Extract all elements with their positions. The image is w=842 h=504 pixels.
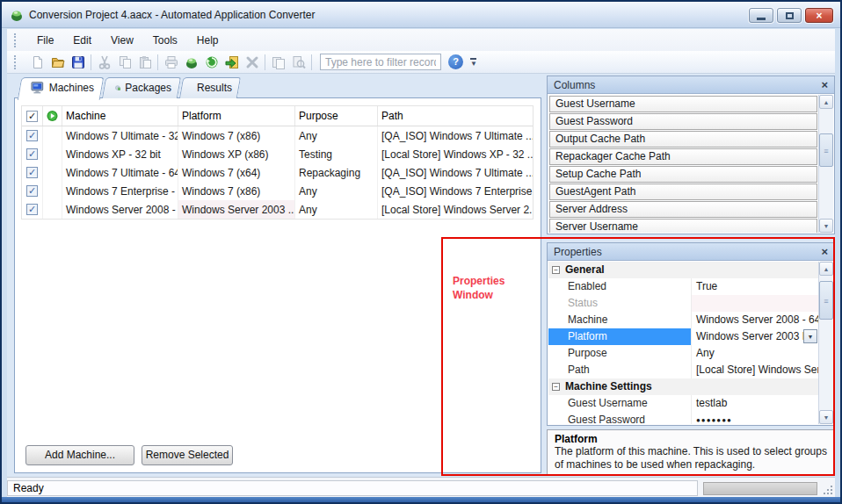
property-row-path[interactable]: Path [Local Store] Windows Ser — [548, 362, 818, 378]
property-row-status[interactable]: Status — [548, 295, 818, 312]
resize-grip[interactable] — [822, 484, 832, 494]
cell-path[interactable]: [QA_ISO] Windows 7 Enterprise... — [378, 182, 533, 200]
menu-tools[interactable]: Tools — [143, 32, 187, 49]
cell-machine[interactable]: Windows 7 Ultimate - 32... — [62, 126, 178, 145]
list-item[interactable]: GuestAgent Path — [549, 184, 817, 200]
list-item[interactable]: Setup Cache Path — [549, 166, 817, 183]
copy-button[interactable] — [114, 53, 134, 72]
property-row-guest-password[interactable]: Guest Password ●●●●●●● — [548, 412, 818, 424]
toolbar-grip[interactable] — [14, 55, 18, 69]
tab-machines[interactable]: Machines — [19, 77, 102, 98]
row-checkbox[interactable]: ✓ — [26, 204, 38, 215]
scroll-up-icon[interactable]: ▲ — [819, 262, 833, 276]
menu-file[interactable]: File — [27, 32, 63, 49]
cell-path[interactable]: [Local Store] Windows Server 2... — [378, 200, 533, 219]
property-value[interactable]: testlab — [691, 395, 818, 412]
columns-scrollbar[interactable]: ▲ ≡ ▼ — [818, 95, 833, 233]
column-header-platform[interactable]: Platform — [178, 106, 295, 126]
property-value[interactable]: Any — [691, 345, 818, 362]
property-value[interactable]: [Local Store] Windows Ser — [691, 362, 818, 378]
menu-edit[interactable]: Edit — [63, 32, 101, 49]
tab-results[interactable]: Results — [181, 77, 239, 98]
row-checkbox[interactable]: ✓ — [26, 148, 38, 160]
cell-machine[interactable]: Windows 7 Ultimate - 64... — [62, 163, 178, 182]
preview-button[interactable] — [288, 53, 308, 72]
maximize-button[interactable] — [777, 8, 802, 23]
close-icon[interactable]: × — [821, 79, 828, 90]
paste-button[interactable] — [134, 53, 155, 72]
category-general[interactable]: − General — [548, 262, 818, 278]
table-row[interactable]: ✓ Windows 7 Enterprise - 3... Windows 7 … — [22, 182, 533, 200]
category-machine-settings[interactable]: − Machine Settings — [548, 378, 818, 395]
table-row[interactable]: ✓ Windows 7 Ultimate - 32... Windows 7 (… — [22, 126, 533, 145]
row-checkbox-cell[interactable]: ✓ — [22, 163, 43, 182]
menu-help[interactable]: Help — [187, 32, 229, 49]
list-item[interactable]: Output Cache Path — [549, 131, 817, 148]
collapse-icon[interactable]: − — [552, 383, 560, 391]
cell-machine[interactable]: Windows Server 2008 - 6... — [62, 200, 178, 219]
collapse-icon[interactable]: − — [552, 266, 560, 274]
menubar-grip[interactable] — [14, 33, 18, 47]
properties-scrollbar[interactable]: ▲ ≡ ▼ — [818, 262, 833, 424]
menu-view[interactable]: View — [101, 32, 143, 49]
export-button[interactable] — [221, 53, 242, 72]
column-header-purpose[interactable]: Purpose — [295, 106, 378, 126]
cell-path[interactable]: [Local Store] Windows XP - 32 ... — [378, 145, 533, 163]
scroll-down-icon[interactable]: ▼ — [819, 410, 833, 424]
cell-machine[interactable]: Windows 7 Enterprise - 3... — [62, 182, 178, 200]
property-value[interactable]: True — [691, 278, 818, 295]
row-checkbox-cell[interactable]: ✓ — [22, 126, 43, 145]
close-icon[interactable]: × — [821, 246, 828, 257]
property-row-guest-username[interactable]: Guest Username testlab — [548, 395, 818, 412]
cell-purpose[interactable]: Repackaging — [295, 163, 378, 182]
cell-machine[interactable]: Windows XP - 32 bit — [62, 145, 178, 163]
list-item[interactable]: Server Address — [549, 201, 817, 218]
cell-platform[interactable]: Windows 7 (x64) — [178, 163, 295, 182]
property-row-platform[interactable]: Platform Windows Server 2003 R ▼ — [548, 328, 818, 345]
row-checkbox[interactable]: ✓ — [26, 167, 38, 178]
cell-path[interactable]: [QA_ISO] Windows 7 Ultimate ... — [378, 126, 533, 145]
row-checkbox-cell[interactable]: ✓ — [22, 200, 43, 219]
new-document-button[interactable] — [27, 53, 47, 72]
minimize-button[interactable] — [749, 8, 773, 23]
refresh-button[interactable] — [201, 53, 221, 72]
filter-input[interactable] — [320, 54, 441, 70]
property-value[interactable]: Windows Server 2008 - 64 — [691, 312, 818, 328]
cut-button[interactable] — [94, 53, 114, 72]
property-value[interactable]: ●●●●●●● — [691, 412, 818, 424]
list-item[interactable]: Repackager Cache Path — [549, 148, 817, 165]
cell-platform[interactable]: Windows Server 2003 ... — [178, 200, 295, 219]
toolbar-overflow-button[interactable]: ▼ — [470, 58, 477, 67]
cell-purpose[interactable]: Any — [295, 126, 378, 145]
property-value[interactable]: Windows Server 2003 R ▼ — [691, 328, 818, 345]
property-row-enabled[interactable]: Enabled True — [548, 278, 818, 295]
help-button[interactable]: ? — [448, 54, 463, 69]
cell-platform[interactable]: Windows 7 (x86) — [178, 126, 295, 145]
open-button[interactable] — [47, 53, 68, 72]
list-item[interactable]: Guest Password — [549, 113, 817, 130]
row-checkbox[interactable]: ✓ — [26, 130, 38, 141]
cell-path[interactable]: [QA_ISO] Windows 7 Ultimate ... — [378, 163, 533, 182]
list-item[interactable]: Server Username — [549, 219, 817, 233]
property-row-purpose[interactable]: Purpose Any — [548, 345, 818, 362]
duplicate-button[interactable] — [268, 53, 288, 72]
row-checkbox[interactable]: ✓ — [26, 185, 38, 197]
select-all-cell[interactable]: ✓ — [22, 106, 43, 126]
row-checkbox-cell[interactable]: ✓ — [22, 145, 43, 163]
cell-purpose[interactable]: Testing — [295, 145, 378, 163]
add-machine-button[interactable]: Add Machine... — [25, 445, 134, 465]
dropdown-button[interactable]: ▼ — [803, 329, 817, 343]
convert-button[interactable] — [181, 53, 201, 72]
close-button[interactable]: × — [805, 8, 833, 23]
save-button[interactable] — [68, 53, 88, 72]
cancel-button[interactable] — [242, 53, 262, 72]
row-checkbox-cell[interactable]: ✓ — [22, 182, 43, 200]
cell-purpose[interactable]: Any — [295, 200, 378, 219]
remove-selected-button[interactable]: Remove Selected — [142, 445, 233, 465]
cell-platform[interactable]: Windows XP (x86) — [178, 145, 295, 163]
list-item[interactable]: Guest Username — [549, 96, 817, 112]
cell-purpose[interactable]: Any — [295, 182, 378, 200]
scroll-up-icon[interactable]: ▲ — [819, 95, 833, 109]
table-row[interactable]: ✓ Windows 7 Ultimate - 64... Windows 7 (… — [22, 163, 533, 182]
table-row[interactable]: ✓ Windows XP - 32 bit Windows XP (x86) T… — [22, 145, 533, 163]
